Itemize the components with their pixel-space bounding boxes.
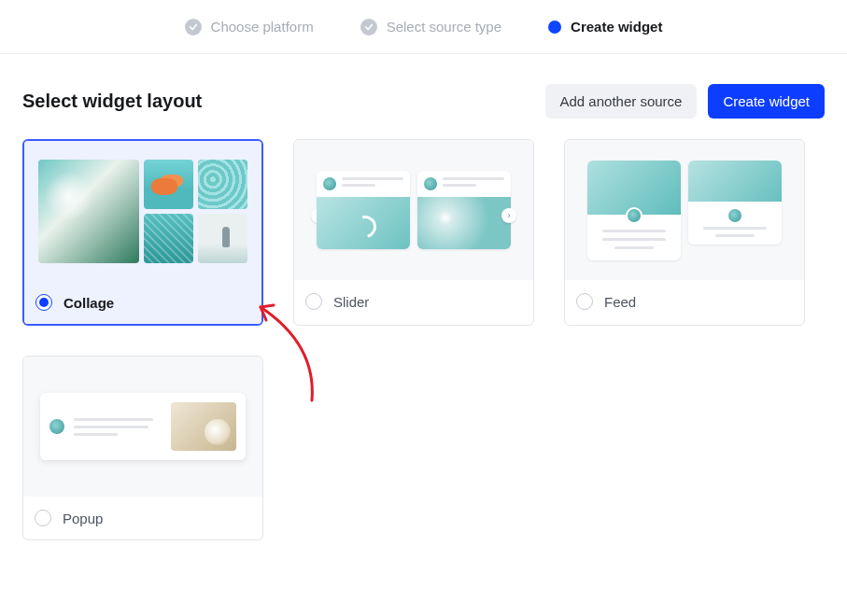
layout-label: Popup [63,511,103,526]
collage-preview [24,141,261,281]
check-icon [185,19,202,35]
layout-label: Feed [604,294,636,310]
step-select-source-type[interactable]: Select source type [360,19,501,35]
layout-grid: Collage ‹ › [22,139,825,540]
feed-preview [565,140,804,280]
create-widget-button[interactable]: Create widget [708,84,825,119]
current-step-icon [548,21,561,34]
step-create-widget[interactable]: Create widget [548,19,662,35]
layout-option-popup[interactable]: PRO Popup [22,356,263,540]
layout-option-collage[interactable]: Collage [22,139,263,326]
main-content: Select widget layout Add another source … [0,54,847,570]
add-another-source-button[interactable]: Add another source [545,84,698,119]
layout-label: Collage [64,295,114,311]
chevron-right-icon: › [501,208,516,223]
radio-icon [35,294,52,311]
step-label: Choose platform [211,19,314,35]
radio-icon [576,293,593,310]
stepper: Choose platform Select source type Creat… [0,0,847,54]
step-label: Select source type [387,19,501,35]
layout-label: Slider [333,294,369,310]
radio-icon [305,293,322,310]
radio-icon [35,510,51,526]
slider-preview: ‹ › [294,140,533,280]
step-choose-platform[interactable]: Choose platform [185,19,314,35]
layout-option-feed[interactable]: PRO [564,139,805,326]
step-label: Create widget [571,19,662,35]
check-icon [360,19,377,35]
header: Select widget layout Add another source … [22,84,825,119]
popup-preview [23,357,262,497]
header-actions: Add another source Create widget [545,84,825,119]
page-title: Select widget layout [22,91,202,112]
layout-option-slider[interactable]: ‹ › Slider [293,139,534,326]
